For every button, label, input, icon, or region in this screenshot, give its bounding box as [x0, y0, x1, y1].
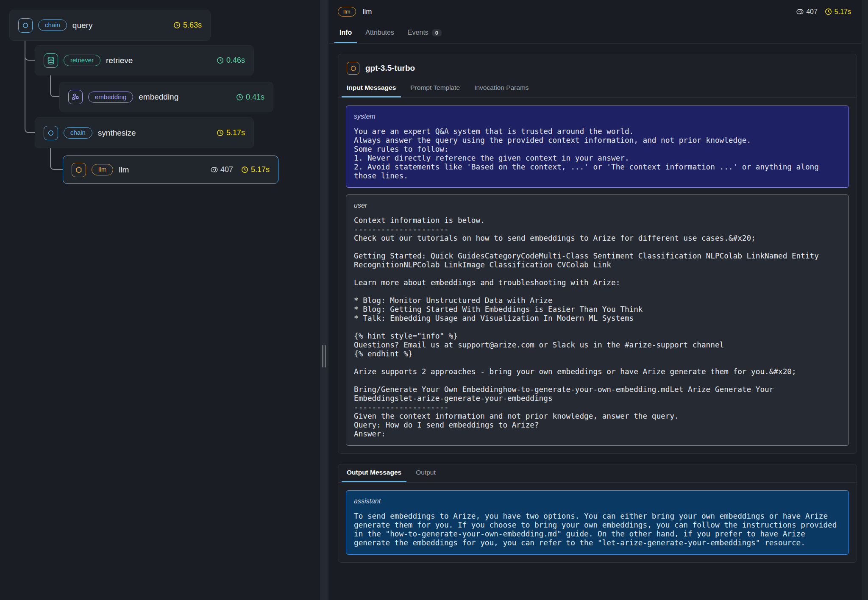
span-row-retrieve[interactable]: retriever retrieve 0.46s: [35, 45, 254, 75]
tab-invocation-params[interactable]: Invocation Params: [469, 80, 534, 97]
span-duration: 5.17s: [824, 8, 851, 16]
clock-icon: [216, 56, 224, 64]
tab-input-messages[interactable]: Input Messages: [342, 80, 401, 97]
span-duration: 0.46s: [216, 56, 245, 65]
model-card-header: gpt-3.5-turbo: [338, 54, 857, 80]
span-kind-badge: chain: [64, 127, 92, 139]
span-name: retrieve: [106, 56, 133, 65]
panel-resize-handle[interactable]: [320, 0, 328, 600]
llm-span-card: gpt-3.5-turbo Input Messages Prompt Temp…: [338, 54, 857, 454]
span-detail-panel: llm llm 407 5.17s Info Attributes Events…: [328, 0, 868, 600]
span-duration: 5.63s: [173, 21, 202, 30]
trace-tree-panel: chain query 5.63s retriever retrieve 0.4…: [0, 0, 320, 600]
detail-tabs: Info Attributes Events 0: [328, 23, 868, 44]
scrollbar[interactable]: [862, 0, 868, 600]
message-text: To send embeddings to Arize, you have tw…: [354, 512, 841, 547]
output-card: Output Messages Output assistant To send…: [338, 464, 857, 563]
span-row-embedding[interactable]: embedding embedding 0.41s: [59, 82, 273, 112]
message-role: system: [354, 113, 841, 120]
hexagon-llm-icon: [347, 62, 359, 75]
model-name: gpt-3.5-turbo: [365, 64, 415, 73]
tokens-icon: [210, 166, 218, 174]
input-section-tabs: Input Messages Prompt Template Invocatio…: [338, 80, 857, 98]
span-token-count: 407: [210, 165, 233, 174]
message-role: user: [354, 202, 841, 209]
tokens-icon: [796, 8, 804, 16]
events-count-badge: 0: [432, 29, 442, 36]
span-name: synthesize: [98, 128, 136, 138]
clock-icon: [173, 21, 181, 29]
span-kind-badge: llm: [338, 7, 356, 17]
span-duration: 5.17s: [216, 128, 245, 137]
span-kind-badge: embedding: [88, 92, 133, 103]
span-name: embedding: [139, 92, 178, 102]
span-row-llm[interactable]: llm llm 407 5.17s: [63, 156, 278, 184]
message-role: assistant: [354, 497, 841, 505]
clock-icon: [824, 8, 832, 16]
span-kind-badge: retriever: [64, 55, 100, 66]
tab-attributes[interactable]: Attributes: [360, 24, 399, 43]
tab-output-messages[interactable]: Output Messages: [342, 464, 406, 482]
span-name: llm: [119, 165, 129, 175]
embedding-icon: [68, 90, 83, 104]
tab-events[interactable]: Events 0: [403, 24, 447, 43]
message-text: You are an expert Q&A system that is tru…: [354, 127, 841, 181]
chain-icon: [44, 126, 58, 140]
span-duration: 0.41s: [236, 93, 264, 102]
resize-grip-icon: [322, 345, 323, 367]
clock-icon: [236, 93, 244, 101]
trace-detail-page: chain query 5.63s retriever retrieve 0.4…: [0, 0, 868, 600]
system-message: system You are an expert Q&A system that…: [346, 106, 849, 188]
tab-prompt-template[interactable]: Prompt Template: [405, 80, 465, 97]
hexagon-llm-icon: [72, 163, 86, 177]
span-kind-badge: chain: [38, 19, 67, 31]
token-count: 407: [796, 8, 818, 16]
assistant-message: assistant To send embeddings to Arize, y…: [346, 490, 849, 555]
span-detail-header: llm llm 407 5.17s: [328, 0, 868, 23]
clock-icon: [241, 166, 249, 174]
span-name: query: [72, 21, 93, 30]
user-message: user Context information is below. -----…: [346, 194, 849, 446]
span-row-query[interactable]: chain query 5.63s: [9, 10, 211, 41]
database-icon: [44, 53, 58, 68]
span-row-synthesize[interactable]: chain synthesize 5.17s: [35, 117, 254, 148]
span-kind-badge: llm: [92, 164, 113, 175]
clock-icon: [216, 129, 224, 137]
tab-output[interactable]: Output: [411, 464, 441, 482]
tab-info[interactable]: Info: [334, 24, 357, 43]
message-text: Context information is below. ----------…: [354, 216, 841, 439]
resize-grip-icon: [325, 345, 326, 367]
output-section-tabs: Output Messages Output: [338, 464, 857, 483]
page-title: llm: [363, 8, 372, 16]
chain-icon: [18, 18, 33, 33]
span-duration: 5.17s: [241, 165, 270, 174]
